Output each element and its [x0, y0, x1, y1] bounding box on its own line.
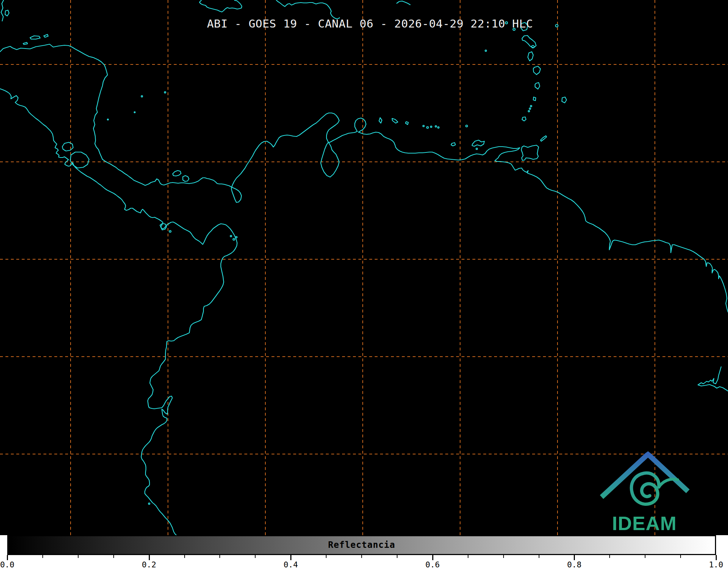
colorbar-minor-tick — [326, 555, 327, 558]
colorbar-label: Reflectancia — [328, 540, 395, 550]
coastline-central-america-caribbean — [0, 44, 728, 312]
colorbar-tick-label: 0.4 — [283, 560, 298, 569]
coastline-providencia — [164, 92, 166, 93]
coastline-san-andres — [141, 96, 143, 97]
coastline-amazon-fragment — [698, 367, 728, 391]
coastline-grenadines — [529, 108, 531, 109]
colorbar-minor-tick — [680, 555, 681, 558]
goes-satellite-image: ABI - GOES 19 - CANAL 06 - 2026-04-29 22… — [0, 0, 728, 571]
coastline-islet — [423, 125, 424, 127]
coastline-yucatan-fragments — [1, 0, 4, 21]
coastline-bocas-islet — [183, 176, 189, 181]
coastline-cebaco — [169, 231, 171, 232]
coastline-dominica — [528, 52, 533, 61]
coastline-margarita — [472, 140, 484, 146]
colorbar-minor-tick — [184, 555, 185, 558]
colorbar-minor-tick — [219, 555, 220, 558]
colorbar-minor-tick — [397, 555, 397, 558]
colorbar-major-tick — [716, 555, 717, 560]
coastline-cay — [108, 119, 109, 120]
coastline-pacific — [0, 89, 237, 535]
colorbar-tick-label: 0.2 — [142, 560, 156, 569]
colorbar-minor-tick — [503, 555, 504, 558]
coastline-trinidad — [521, 145, 539, 160]
colorbar-minor-tick — [609, 555, 610, 558]
coastline-bonaire — [405, 122, 408, 125]
colorbar-minor-tick — [255, 555, 256, 558]
coastline-lake-managua — [62, 142, 73, 151]
coastline-hispaniola — [276, 0, 340, 19]
coastline-grenadines — [530, 105, 532, 107]
coastline-islet — [438, 127, 439, 128]
coastline-tobago — [540, 136, 547, 141]
coastline-lake-nicaragua — [70, 152, 89, 168]
coastline-islet — [23, 42, 28, 45]
colorbar-minor-tick — [78, 555, 79, 558]
coastline-coche — [476, 148, 477, 150]
colorbar-minor-tick — [645, 555, 645, 558]
coastline-islet — [5, 10, 9, 16]
coastline-islet — [148, 503, 150, 504]
coastline-aruba — [379, 118, 382, 123]
reflectance-colorbar: Reflectancia — [7, 535, 716, 555]
colorbar-minor-tick — [42, 555, 43, 558]
colorbar-tick-label: 0.0 — [0, 560, 14, 569]
coastline-islet — [430, 126, 432, 127]
coastline-islet — [427, 127, 429, 129]
coastline-la-tortuga — [451, 143, 455, 146]
colorbar-major-tick — [290, 555, 291, 560]
coastline-bocas-del-toro — [173, 171, 181, 176]
colorbar-major-tick — [574, 555, 575, 560]
colorbar-minor-tick — [539, 555, 539, 558]
colorbar-major-tick — [7, 555, 8, 560]
coastline-la-blanquilla — [485, 50, 487, 51]
ideam-logo: IDEAM — [594, 449, 695, 534]
coastline-pearl-island — [230, 235, 232, 237]
coastline-islet — [556, 25, 558, 27]
coastline-grenadines — [528, 110, 530, 112]
coastline-bay-islands — [30, 36, 40, 39]
colorbar-tick-label: 0.8 — [567, 560, 582, 569]
colorbar-major-tick — [432, 555, 433, 560]
coastline-martinique — [533, 66, 540, 75]
coastline-islet — [435, 126, 437, 127]
coastline-pearl-island — [236, 236, 237, 238]
colorbar-tick-label: 0.6 — [425, 560, 440, 569]
coastline-puerto-rico — [397, 1, 410, 5]
coastline-jamaica — [199, 0, 242, 12]
coastline-curacao — [392, 118, 398, 123]
coastline-st-vincent — [533, 97, 536, 101]
colorbar-minor-tick — [113, 555, 114, 558]
coastline-barbados — [562, 97, 567, 103]
ideam-logo-text: IDEAM — [612, 513, 677, 533]
colorbar-major-tick — [149, 555, 150, 560]
coastline-cay — [134, 112, 135, 113]
colorbar-minor-tick — [468, 555, 468, 558]
product-title: ABI - GOES 19 - CANAL 06 - 2026-04-29 22… — [207, 17, 533, 30]
coastline-la-orchila — [466, 125, 468, 127]
coastline-marie-galante — [532, 46, 534, 48]
colorbar-tick-label: 1.0 — [709, 560, 723, 569]
coastline-lake-maracaibo — [321, 143, 339, 177]
colorbar-minor-tick — [361, 555, 362, 558]
colorbar-axis: 0.00.20.40.60.81.0 — [0, 555, 728, 571]
coastline-pearl-island — [233, 239, 235, 240]
coastline-st-lucia — [535, 83, 540, 89]
coastline-grenada — [522, 117, 526, 121]
coastline-islet — [44, 34, 48, 37]
